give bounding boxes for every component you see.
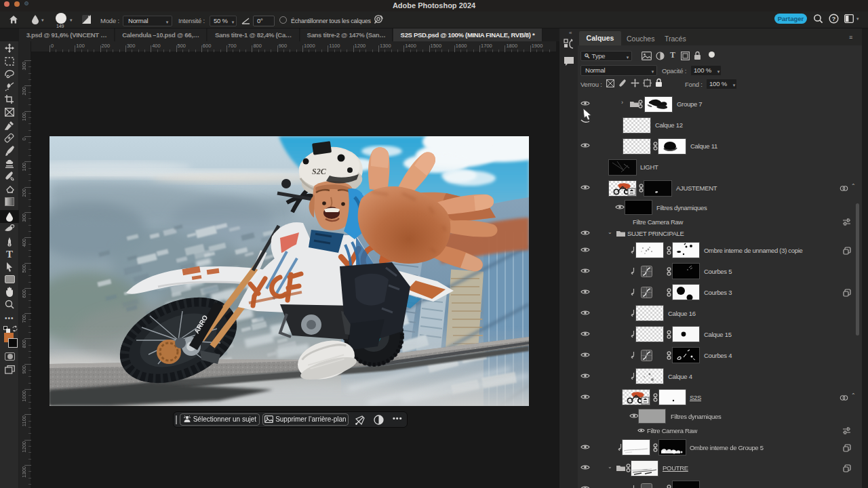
svg-text:?: ? xyxy=(832,16,836,22)
svg-text:S2C: S2C xyxy=(312,167,327,176)
